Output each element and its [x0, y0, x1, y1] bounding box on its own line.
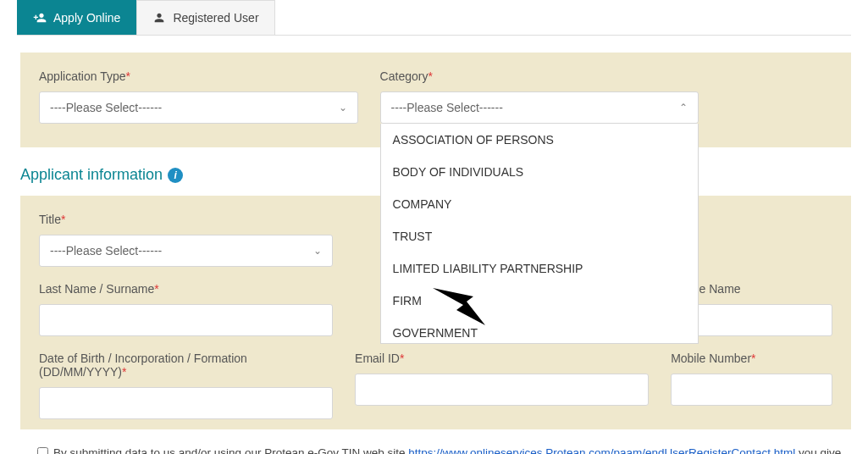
email-field: Email ID*	[355, 352, 649, 419]
category-value: ----Please Select------	[391, 101, 503, 114]
tab-apply-label: Apply Online	[53, 11, 120, 25]
person-plus-icon	[33, 11, 47, 25]
consent-checkbox[interactable]	[37, 447, 48, 454]
category-option[interactable]: ASSOCIATION OF PERSONS	[381, 124, 699, 156]
application-type-field: Application Type* ----Please Select-----…	[39, 69, 358, 124]
dob-field: Date of Birth / Incorporation / Formatio…	[39, 352, 333, 419]
consent-link[interactable]: https://www.onlineservices.Protean.com/p…	[408, 446, 795, 454]
chevron-down-icon: ⌄	[313, 245, 322, 257]
consent-text: By submitting data to us and/or using ou…	[53, 445, 851, 454]
application-type-select[interactable]: ----Please Select------ ⌄	[39, 91, 358, 124]
title-value: ----Please Select------	[50, 244, 162, 257]
category-dropdown: ASSOCIATION OF PERSONS BODY OF INDIVIDUA…	[380, 124, 699, 344]
last-name-field: Last Name / Surname*	[39, 282, 333, 336]
tab-bar: Apply Online Registered User	[17, 0, 851, 36]
person-check-icon	[152, 11, 166, 25]
title-label: Title*	[39, 213, 333, 226]
consent-row: By submitting data to us and/or using ou…	[37, 445, 851, 454]
email-label: Email ID*	[355, 352, 649, 365]
mobile-label: Mobile Number*	[671, 352, 832, 365]
title-select[interactable]: ----Please Select------ ⌄	[39, 235, 333, 267]
chevron-up-icon: ⌃	[679, 102, 688, 114]
last-name-label: Last Name / Surname*	[39, 282, 333, 296]
email-input[interactable]	[355, 374, 649, 406]
category-option[interactable]: COMPANY	[381, 188, 699, 220]
application-type-label: Application Type*	[39, 69, 358, 83]
dob-label: Date of Birth / Incorporation / Formatio…	[39, 352, 333, 379]
category-option[interactable]: LIMITED LIABILITY PARTNERSHIP	[381, 252, 699, 285]
category-label: Category*	[380, 69, 699, 83]
category-option[interactable]: TRUST	[381, 220, 699, 252]
chevron-down-icon: ⌄	[339, 102, 347, 114]
tab-registered-label: Registered User	[173, 11, 258, 25]
mobile-field: Mobile Number*	[671, 352, 832, 419]
application-panel: Application Type* ----Please Select-----…	[20, 53, 851, 147]
mobile-input[interactable]	[671, 374, 832, 406]
tab-registered-user[interactable]: Registered User	[136, 0, 274, 35]
category-select[interactable]: ----Please Select------ ⌃	[380, 91, 699, 124]
category-field: Category* ----Please Select------ ⌃ ASSO…	[380, 69, 699, 124]
category-option[interactable]: BODY OF INDIVIDUALS	[381, 156, 699, 188]
application-type-value: ----Please Select------	[50, 101, 162, 114]
category-option[interactable]: FIRM	[381, 285, 699, 317]
info-icon[interactable]: i	[168, 168, 183, 183]
tab-apply-online[interactable]: Apply Online	[17, 0, 136, 35]
title-field: Title* ----Please Select------ ⌄	[39, 213, 333, 267]
dob-input[interactable]	[39, 387, 333, 419]
category-option[interactable]: GOVERNMENT	[381, 317, 699, 344]
last-name-input[interactable]	[39, 304, 333, 336]
